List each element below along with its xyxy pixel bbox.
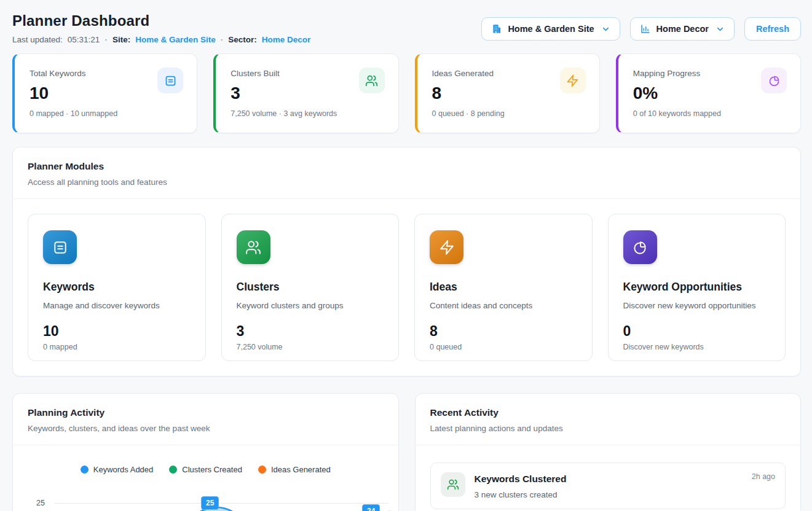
legend-item-clusters-created: Clusters Created (169, 465, 242, 474)
data-point-label: 25 (201, 496, 219, 510)
activity-item-time: 2h ago (752, 472, 775, 481)
module-value: 0 (623, 323, 771, 340)
header-left: Planner Dashboard Last updated: 05:31:21… (12, 12, 310, 44)
legend-dot (169, 466, 177, 474)
planner-modules-panel: Planner Modules Access all planning tool… (12, 147, 801, 376)
legend-label: Keywords Added (93, 465, 154, 474)
recent-activity-list: Keywords Clustered 2h ago 3 new clusters… (416, 445, 801, 511)
sector-selector-label: Home Decor (656, 24, 709, 34)
stat-label: Total Keywords (30, 69, 117, 78)
module-detail: 0 queued (430, 343, 577, 351)
site-selector-label: Home & Garden Site (508, 24, 594, 34)
lightning-icon (560, 68, 586, 93)
bottom-row: Planning Activity Keywords, clusters, an… (12, 393, 801, 511)
module-detail: 0 mapped (43, 343, 191, 351)
legend-dot (258, 466, 266, 474)
activity-item-content: Keywords Clustered 2h ago 3 new clusters… (475, 472, 776, 499)
stat-label: Clusters Built (231, 69, 337, 78)
modules-panel-header: Planner Modules Access all planning tool… (13, 147, 800, 199)
planning-activity-subtitle: Keywords, clusters, and ideas over the p… (28, 424, 384, 433)
meta-separator: · (104, 35, 108, 44)
stat-card-content: Total Keywords 10 0 mapped · 10 unmapped (30, 66, 117, 122)
stat-detail: 0 mapped · 10 unmapped (30, 109, 117, 118)
header-meta: Last updated: 05:31:21 · Site: Home & Ga… (12, 35, 310, 44)
building-icon (491, 23, 502, 34)
stat-value: 3 (231, 84, 337, 103)
site-link[interactable]: Home & Garden Site (135, 35, 216, 44)
module-value: 8 (430, 323, 577, 340)
recent-activity-panel: Recent Activity Latest planning actions … (415, 393, 802, 511)
chevron-down-icon (715, 25, 725, 34)
modules-panel-subtitle: Access all planning tools and features (28, 177, 786, 187)
module-title: Ideas (430, 281, 577, 294)
last-updated-label: Last updated: (12, 35, 63, 44)
users-icon (237, 230, 270, 264)
planning-activity-title: Planning Activity (28, 407, 384, 418)
planning-activity-panel: Planning Activity Keywords, clusters, an… (12, 393, 399, 511)
sector-label: Sector: (228, 35, 257, 44)
modules-panel-title: Planner Modules (28, 161, 786, 172)
stat-value: 0% (633, 84, 721, 103)
bar-chart-icon (640, 23, 651, 34)
planner-dashboard-page: Planner Dashboard Last updated: 05:31:21… (0, 0, 812, 511)
stat-label: Ideas Generated (432, 69, 505, 78)
refresh-button[interactable]: Refresh (744, 17, 801, 41)
module-description: Keyword clusters and groups (237, 301, 384, 310)
page-header: Planner Dashboard Last updated: 05:31:21… (12, 12, 801, 44)
users-icon (441, 472, 465, 497)
legend-label: Clusters Created (182, 465, 242, 474)
data-point-label: 24 (362, 504, 380, 511)
stat-detail: 0 of 10 keywords mapped (633, 109, 721, 118)
module-card-clusters[interactable]: Clusters Keyword clusters and groups 3 7… (221, 214, 400, 361)
chart-legend: Keywords Added Clusters Created Ideas Ge… (17, 465, 395, 474)
site-selector-dropdown[interactable]: Home & Garden Site (481, 17, 620, 41)
legend-dot (81, 466, 89, 474)
stat-value: 8 (432, 84, 505, 103)
stat-detail: 0 queued · 8 pending (432, 109, 505, 118)
activity-item-description: 3 new clusters created (475, 490, 776, 499)
stat-card-total-keywords: Total Keywords 10 0 mapped · 10 unmapped (12, 53, 197, 133)
lightning-icon (430, 230, 463, 264)
legend-item-ideas-generated: Ideas Generated (258, 465, 331, 474)
module-description: Manage and discover keywords (43, 301, 191, 310)
module-value: 10 (43, 323, 191, 340)
stat-card-content: Clusters Built 3 7,250 volume · 3 avg ke… (231, 66, 337, 122)
module-description: Discover new keyword opportunities (623, 301, 771, 310)
stat-detail: 7,250 volume · 3 avg keywords (231, 109, 337, 118)
stat-card-clusters-built: Clusters Built 3 7,250 volume · 3 avg ke… (213, 53, 398, 133)
module-title: Keyword Opportunities (623, 281, 771, 294)
recent-activity-title: Recent Activity (430, 407, 786, 418)
planning-activity-header: Planning Activity Keywords, clusters, an… (13, 394, 398, 445)
page-title: Planner Dashboard (12, 12, 310, 29)
activity-item-title: Keywords Clustered (475, 474, 567, 485)
legend-item-keywords-added: Keywords Added (81, 465, 154, 474)
stat-value: 10 (30, 84, 117, 103)
stat-card-mapping-progress: Mapping Progress 0% 0 of 10 keywords map… (616, 53, 801, 133)
planning-activity-chart: Keywords Added Clusters Created Ideas Ge… (13, 465, 398, 511)
legend-label: Ideas Generated (271, 465, 331, 474)
module-card-ideas[interactable]: Ideas Content ideas and concepts 8 0 que… (414, 214, 593, 361)
site-label: Site: (112, 35, 130, 44)
header-actions: Home & Garden Site Home Decor Refresh (481, 17, 801, 41)
module-title: Clusters (237, 281, 384, 294)
chevron-down-icon (601, 25, 610, 34)
modules-grid: Keywords Manage and discover keywords 10… (13, 199, 800, 376)
module-title: Keywords (43, 281, 191, 294)
document-icon (43, 230, 77, 264)
module-value: 3 (237, 323, 384, 340)
pie-chart-icon (623, 230, 657, 264)
recent-activity-subtitle: Latest planning actions and updates (430, 424, 786, 433)
stat-card-content: Ideas Generated 8 0 queued · 8 pending (432, 66, 505, 122)
module-card-keywords[interactable]: Keywords Manage and discover keywords 10… (28, 214, 206, 361)
meta-separator: · (221, 35, 224, 44)
stats-row: Total Keywords 10 0 mapped · 10 unmapped… (12, 53, 801, 133)
refresh-button-label: Refresh (756, 24, 789, 34)
module-card-keyword-opportunities[interactable]: Keyword Opportunities Discover new keywo… (608, 214, 786, 361)
stat-card-content: Mapping Progress 0% 0 of 10 keywords map… (633, 66, 721, 122)
sector-selector-dropdown[interactable]: Home Decor (630, 17, 735, 41)
pie-chart-icon (761, 68, 787, 93)
sector-link[interactable]: Home Decor (262, 35, 311, 44)
document-icon (157, 68, 183, 93)
activity-item-keywords-clustered[interactable]: Keywords Clustered 2h ago 3 new clusters… (430, 462, 786, 509)
stat-card-ideas-generated: Ideas Generated 8 0 queued · 8 pending (415, 53, 600, 133)
